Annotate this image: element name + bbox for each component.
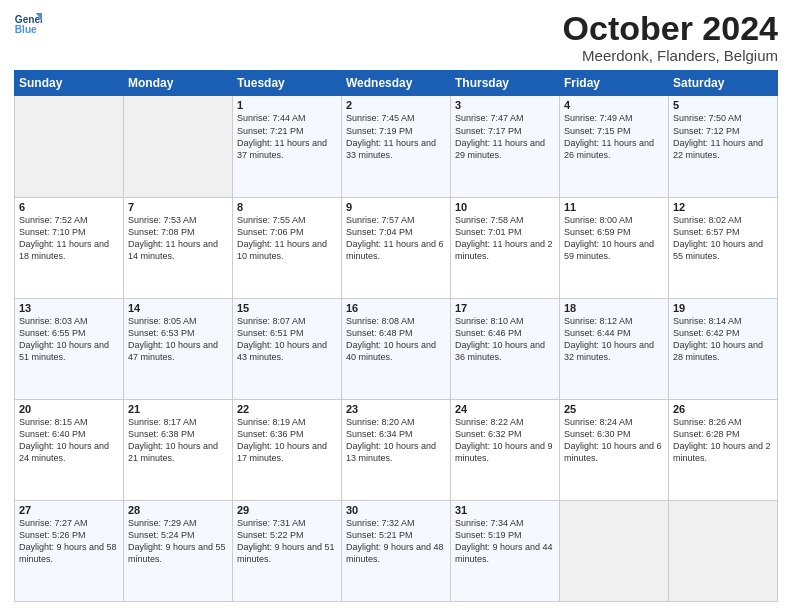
week-row-1: 6Sunrise: 7:52 AM Sunset: 7:10 PM Daylig…	[15, 197, 778, 298]
table-row: 23Sunrise: 8:20 AM Sunset: 6:34 PM Dayli…	[342, 399, 451, 500]
table-row	[560, 500, 669, 601]
header: General Blue October 2024 Meerdonk, Flan…	[14, 10, 778, 64]
day-number: 8	[237, 201, 337, 213]
day-number: 18	[564, 302, 664, 314]
col-tuesday: Tuesday	[233, 71, 342, 96]
table-row: 11Sunrise: 8:00 AM Sunset: 6:59 PM Dayli…	[560, 197, 669, 298]
svg-text:Blue: Blue	[15, 24, 37, 35]
table-row: 10Sunrise: 7:58 AM Sunset: 7:01 PM Dayli…	[451, 197, 560, 298]
logo: General Blue	[14, 10, 42, 38]
day-info: Sunrise: 7:49 AM Sunset: 7:15 PM Dayligh…	[564, 112, 664, 161]
table-row: 2Sunrise: 7:45 AM Sunset: 7:19 PM Daylig…	[342, 96, 451, 197]
table-row	[124, 96, 233, 197]
table-row: 8Sunrise: 7:55 AM Sunset: 7:06 PM Daylig…	[233, 197, 342, 298]
week-row-4: 27Sunrise: 7:27 AM Sunset: 5:26 PM Dayli…	[15, 500, 778, 601]
week-row-3: 20Sunrise: 8:15 AM Sunset: 6:40 PM Dayli…	[15, 399, 778, 500]
day-number: 7	[128, 201, 228, 213]
table-row: 16Sunrise: 8:08 AM Sunset: 6:48 PM Dayli…	[342, 298, 451, 399]
day-info: Sunrise: 7:32 AM Sunset: 5:21 PM Dayligh…	[346, 517, 446, 566]
day-number: 31	[455, 504, 555, 516]
table-row: 21Sunrise: 8:17 AM Sunset: 6:38 PM Dayli…	[124, 399, 233, 500]
week-row-2: 13Sunrise: 8:03 AM Sunset: 6:55 PM Dayli…	[15, 298, 778, 399]
table-row: 5Sunrise: 7:50 AM Sunset: 7:12 PM Daylig…	[669, 96, 778, 197]
day-info: Sunrise: 7:27 AM Sunset: 5:26 PM Dayligh…	[19, 517, 119, 566]
table-row: 13Sunrise: 8:03 AM Sunset: 6:55 PM Dayli…	[15, 298, 124, 399]
day-info: Sunrise: 7:29 AM Sunset: 5:24 PM Dayligh…	[128, 517, 228, 566]
day-info: Sunrise: 7:50 AM Sunset: 7:12 PM Dayligh…	[673, 112, 773, 161]
day-number: 11	[564, 201, 664, 213]
day-info: Sunrise: 7:57 AM Sunset: 7:04 PM Dayligh…	[346, 214, 446, 263]
day-info: Sunrise: 8:17 AM Sunset: 6:38 PM Dayligh…	[128, 416, 228, 465]
day-number: 26	[673, 403, 773, 415]
day-info: Sunrise: 8:10 AM Sunset: 6:46 PM Dayligh…	[455, 315, 555, 364]
col-wednesday: Wednesday	[342, 71, 451, 96]
table-row: 27Sunrise: 7:27 AM Sunset: 5:26 PM Dayli…	[15, 500, 124, 601]
day-info: Sunrise: 8:19 AM Sunset: 6:36 PM Dayligh…	[237, 416, 337, 465]
day-info: Sunrise: 8:02 AM Sunset: 6:57 PM Dayligh…	[673, 214, 773, 263]
page: General Blue October 2024 Meerdonk, Flan…	[0, 0, 792, 612]
day-info: Sunrise: 7:45 AM Sunset: 7:19 PM Dayligh…	[346, 112, 446, 161]
col-thursday: Thursday	[451, 71, 560, 96]
day-number: 12	[673, 201, 773, 213]
col-monday: Monday	[124, 71, 233, 96]
month-title: October 2024	[563, 10, 778, 47]
day-number: 16	[346, 302, 446, 314]
day-info: Sunrise: 8:20 AM Sunset: 6:34 PM Dayligh…	[346, 416, 446, 465]
day-number: 28	[128, 504, 228, 516]
day-number: 29	[237, 504, 337, 516]
day-info: Sunrise: 8:14 AM Sunset: 6:42 PM Dayligh…	[673, 315, 773, 364]
table-row: 29Sunrise: 7:31 AM Sunset: 5:22 PM Dayli…	[233, 500, 342, 601]
day-number: 30	[346, 504, 446, 516]
day-info: Sunrise: 7:34 AM Sunset: 5:19 PM Dayligh…	[455, 517, 555, 566]
week-row-0: 1Sunrise: 7:44 AM Sunset: 7:21 PM Daylig…	[15, 96, 778, 197]
table-row: 1Sunrise: 7:44 AM Sunset: 7:21 PM Daylig…	[233, 96, 342, 197]
day-number: 6	[19, 201, 119, 213]
col-friday: Friday	[560, 71, 669, 96]
table-row: 24Sunrise: 8:22 AM Sunset: 6:32 PM Dayli…	[451, 399, 560, 500]
calendar: Sunday Monday Tuesday Wednesday Thursday…	[14, 70, 778, 602]
day-info: Sunrise: 8:24 AM Sunset: 6:30 PM Dayligh…	[564, 416, 664, 465]
table-row: 3Sunrise: 7:47 AM Sunset: 7:17 PM Daylig…	[451, 96, 560, 197]
day-number: 22	[237, 403, 337, 415]
day-info: Sunrise: 7:53 AM Sunset: 7:08 PM Dayligh…	[128, 214, 228, 263]
table-row: 18Sunrise: 8:12 AM Sunset: 6:44 PM Dayli…	[560, 298, 669, 399]
day-number: 9	[346, 201, 446, 213]
day-number: 14	[128, 302, 228, 314]
day-info: Sunrise: 8:12 AM Sunset: 6:44 PM Dayligh…	[564, 315, 664, 364]
day-number: 25	[564, 403, 664, 415]
table-row: 17Sunrise: 8:10 AM Sunset: 6:46 PM Dayli…	[451, 298, 560, 399]
table-row: 22Sunrise: 8:19 AM Sunset: 6:36 PM Dayli…	[233, 399, 342, 500]
table-row: 7Sunrise: 7:53 AM Sunset: 7:08 PM Daylig…	[124, 197, 233, 298]
day-number: 1	[237, 99, 337, 111]
day-info: Sunrise: 8:00 AM Sunset: 6:59 PM Dayligh…	[564, 214, 664, 263]
table-row: 9Sunrise: 7:57 AM Sunset: 7:04 PM Daylig…	[342, 197, 451, 298]
table-row: 14Sunrise: 8:05 AM Sunset: 6:53 PM Dayli…	[124, 298, 233, 399]
table-row: 30Sunrise: 7:32 AM Sunset: 5:21 PM Dayli…	[342, 500, 451, 601]
col-saturday: Saturday	[669, 71, 778, 96]
day-number: 20	[19, 403, 119, 415]
table-row: 6Sunrise: 7:52 AM Sunset: 7:10 PM Daylig…	[15, 197, 124, 298]
day-info: Sunrise: 8:07 AM Sunset: 6:51 PM Dayligh…	[237, 315, 337, 364]
day-number: 13	[19, 302, 119, 314]
header-row: Sunday Monday Tuesday Wednesday Thursday…	[15, 71, 778, 96]
table-row	[669, 500, 778, 601]
title-block: October 2024 Meerdonk, Flanders, Belgium	[563, 10, 778, 64]
day-number: 5	[673, 99, 773, 111]
day-info: Sunrise: 7:47 AM Sunset: 7:17 PM Dayligh…	[455, 112, 555, 161]
day-info: Sunrise: 7:55 AM Sunset: 7:06 PM Dayligh…	[237, 214, 337, 263]
location: Meerdonk, Flanders, Belgium	[563, 47, 778, 64]
table-row: 20Sunrise: 8:15 AM Sunset: 6:40 PM Dayli…	[15, 399, 124, 500]
day-number: 17	[455, 302, 555, 314]
day-number: 19	[673, 302, 773, 314]
table-row: 31Sunrise: 7:34 AM Sunset: 5:19 PM Dayli…	[451, 500, 560, 601]
day-info: Sunrise: 7:58 AM Sunset: 7:01 PM Dayligh…	[455, 214, 555, 263]
day-number: 21	[128, 403, 228, 415]
day-info: Sunrise: 7:52 AM Sunset: 7:10 PM Dayligh…	[19, 214, 119, 263]
day-number: 3	[455, 99, 555, 111]
day-info: Sunrise: 8:22 AM Sunset: 6:32 PM Dayligh…	[455, 416, 555, 465]
day-number: 15	[237, 302, 337, 314]
day-number: 24	[455, 403, 555, 415]
day-number: 23	[346, 403, 446, 415]
day-info: Sunrise: 8:08 AM Sunset: 6:48 PM Dayligh…	[346, 315, 446, 364]
table-row: 15Sunrise: 8:07 AM Sunset: 6:51 PM Dayli…	[233, 298, 342, 399]
